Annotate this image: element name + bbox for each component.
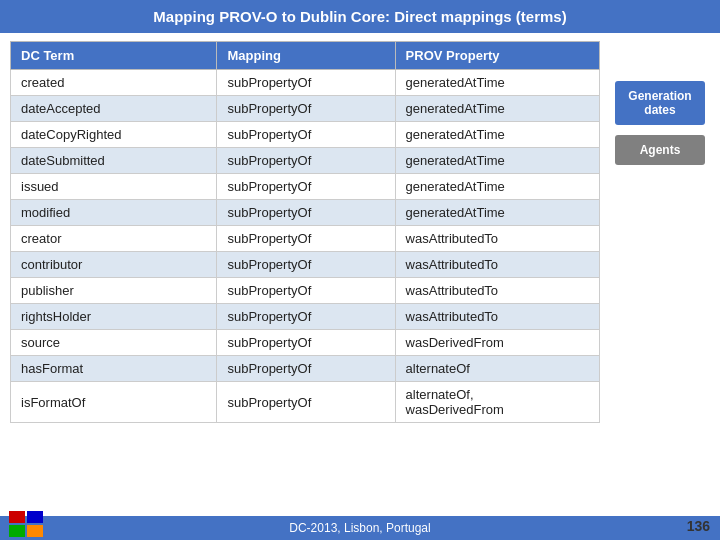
content-area: DC Term Mapping PROV Property createdsub… [0,33,720,431]
table-row: sourcesubPropertyOfwasDerivedFrom [11,330,600,356]
cell-prov: wasAttributedTo [395,304,599,330]
table-row: createdsubPropertyOfgeneratedAtTime [11,70,600,96]
footer-logo [8,510,44,538]
cell-prov: wasDerivedFrom [395,330,599,356]
table-row: publishersubPropertyOfwasAttributedTo [11,278,600,304]
generation-dates-box: Generation dates [615,81,705,125]
cell-prov: wasAttributedTo [395,252,599,278]
table-container: DC Term Mapping PROV Property createdsub… [10,41,600,423]
cell-term: hasFormat [11,356,217,382]
svg-rect-1 [27,511,43,523]
cell-term: dateSubmitted [11,148,217,174]
table-row: issuedsubPropertyOfgeneratedAtTime [11,174,600,200]
cell-mapping: subPropertyOf [217,304,395,330]
cell-mapping: subPropertyOf [217,174,395,200]
cell-term: publisher [11,278,217,304]
page-number: 136 [687,518,710,534]
cell-term: creator [11,226,217,252]
cell-mapping: subPropertyOf [217,226,395,252]
table-header-row: DC Term Mapping PROV Property [11,42,600,70]
cell-prov: generatedAtTime [395,174,599,200]
cell-prov: wasAttributedTo [395,226,599,252]
cell-prov: generatedAtTime [395,122,599,148]
cell-mapping: subPropertyOf [217,70,395,96]
svg-rect-3 [27,525,43,537]
cell-prov: alternateOf [395,356,599,382]
table-row: dateSubmittedsubPropertyOfgeneratedAtTim… [11,148,600,174]
svg-rect-2 [9,525,25,537]
cell-mapping: subPropertyOf [217,278,395,304]
cell-mapping: subPropertyOf [217,122,395,148]
cell-term: source [11,330,217,356]
footer-text: DC-2013, Lisbon, Portugal [289,521,430,535]
cell-mapping: subPropertyOf [217,96,395,122]
cell-term: rightsHolder [11,304,217,330]
agents-box: Agents [615,135,705,165]
cell-term: contributor [11,252,217,278]
cell-term: modified [11,200,217,226]
table-row: rightsHoldersubPropertyOfwasAttributedTo [11,304,600,330]
cell-term: dateAccepted [11,96,217,122]
cell-prov: alternateOf, wasDerivedFrom [395,382,599,423]
col-header-mapping: Mapping [217,42,395,70]
cell-prov: generatedAtTime [395,148,599,174]
mappings-table: DC Term Mapping PROV Property createdsub… [10,41,600,423]
table-row: hasFormatsubPropertyOfalternateOf [11,356,600,382]
table-row: isFormatOfsubPropertyOfalternateOf, wasD… [11,382,600,423]
table-row: dateAcceptedsubPropertyOfgeneratedAtTime [11,96,600,122]
cell-mapping: subPropertyOf [217,382,395,423]
sidebar: Generation dates Agents [610,41,710,423]
cell-prov: wasAttributedTo [395,278,599,304]
page-title: Mapping PROV-O to Dublin Core: Direct ma… [153,8,566,25]
svg-rect-0 [9,511,25,523]
cell-term: isFormatOf [11,382,217,423]
title-bar: Mapping PROV-O to Dublin Core: Direct ma… [0,0,720,33]
cell-mapping: subPropertyOf [217,252,395,278]
footer: DC-2013, Lisbon, Portugal [0,516,720,540]
cell-mapping: subPropertyOf [217,200,395,226]
cell-prov: generatedAtTime [395,70,599,96]
cell-term: issued [11,174,217,200]
cell-prov: generatedAtTime [395,200,599,226]
cell-prov: generatedAtTime [395,96,599,122]
col-header-prov: PROV Property [395,42,599,70]
cell-mapping: subPropertyOf [217,148,395,174]
cell-mapping: subPropertyOf [217,356,395,382]
cell-term: dateCopyRighted [11,122,217,148]
cell-term: created [11,70,217,96]
table-row: dateCopyRightedsubPropertyOfgeneratedAtT… [11,122,600,148]
table-row: creatorsubPropertyOfwasAttributedTo [11,226,600,252]
table-row: modifiedsubPropertyOfgeneratedAtTime [11,200,600,226]
cell-mapping: subPropertyOf [217,330,395,356]
col-header-term: DC Term [11,42,217,70]
table-row: contributorsubPropertyOfwasAttributedTo [11,252,600,278]
